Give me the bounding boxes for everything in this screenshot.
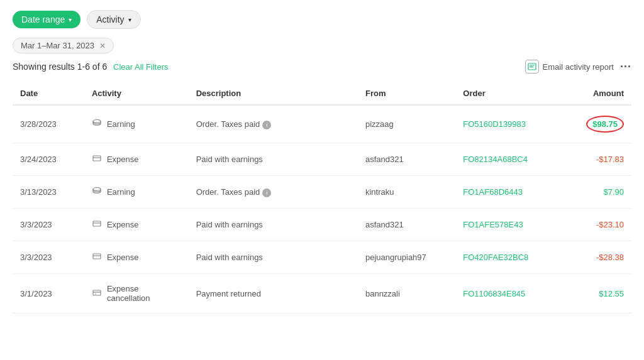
filter-tag-date: Mar 1–Mar 31, 2023 ✕ xyxy=(13,38,114,53)
cell-date: 3/28/2023 xyxy=(13,105,84,143)
order-link[interactable]: FO420FAE32BC8 xyxy=(463,253,528,262)
cell-order: FO420FAE32BC8 xyxy=(455,241,566,274)
more-options-button[interactable]: ··· xyxy=(620,60,631,74)
cell-amount: -$17.83 xyxy=(566,143,631,176)
activity-label: Expense cancellation xyxy=(107,284,181,303)
table-row: 3/24/2023 Expense Paid with earnings asf… xyxy=(13,143,631,176)
cell-activity: Expense xyxy=(84,241,189,274)
cell-order: FO5160D139983 xyxy=(455,105,566,143)
col-header-description: Description xyxy=(189,82,358,105)
report-icon xyxy=(525,60,539,74)
activity-label: Earning xyxy=(107,119,135,129)
results-actions: Email activity report ··· xyxy=(525,60,631,74)
filter-tag-close-icon[interactable]: ✕ xyxy=(99,41,106,50)
order-link[interactable]: FO1106834E845 xyxy=(463,289,525,298)
order-link[interactable]: FO5160D139983 xyxy=(463,119,526,129)
svg-point-6 xyxy=(93,188,101,191)
email-report-button[interactable]: Email activity report xyxy=(525,60,614,74)
svg-point-3 xyxy=(93,120,101,123)
table-row: 3/1/2023 Expense cancellation Payment re… xyxy=(13,274,631,314)
cell-from: kintraku xyxy=(358,176,455,209)
activity-label: Activity xyxy=(96,14,124,25)
col-header-amount: Amount xyxy=(566,82,631,105)
cell-date: 3/1/2023 xyxy=(13,274,84,314)
date-range-chevron-icon: ▾ xyxy=(69,16,72,23)
activity-label: Earning xyxy=(107,187,135,197)
cell-amount: $98.75 xyxy=(566,105,631,143)
expense-icon xyxy=(92,219,102,231)
cell-amount: -$23.10 xyxy=(566,209,631,241)
cell-order: FO1AF68D6443 xyxy=(455,176,566,209)
cell-activity: Expense xyxy=(84,209,189,241)
results-bar: Showing results 1-6 of 6 Clear All Filte… xyxy=(13,60,631,74)
cell-description: Payment returned xyxy=(189,274,358,314)
expense-cancellation-icon xyxy=(92,288,102,300)
date-range-label: Date range xyxy=(21,14,65,25)
cell-order: FO1AFE578E43 xyxy=(455,209,566,241)
date-range-button[interactable]: Date range ▾ xyxy=(13,11,80,28)
order-link[interactable]: FO1AF68D6443 xyxy=(463,187,523,197)
cell-amount: $12.55 xyxy=(566,274,631,314)
table-body: 3/28/2023 Earning Order. Taxes paidi piz… xyxy=(13,105,631,314)
amount-value: -$17.83 xyxy=(596,155,624,164)
info-icon[interactable]: i xyxy=(262,121,271,129)
cell-from: bannzzali xyxy=(358,274,455,314)
cell-description: Paid with earnings xyxy=(189,143,358,176)
cell-order: FO1106834E845 xyxy=(455,274,566,314)
cell-description: Order. Taxes paidi xyxy=(189,176,358,209)
cell-activity: Expense xyxy=(84,143,189,176)
active-filters: Mar 1–Mar 31, 2023 ✕ xyxy=(13,38,631,53)
activity-table: Date Activity Description From Order Amo… xyxy=(13,82,631,314)
results-text: Showing results 1-6 of 6 xyxy=(13,62,107,72)
cell-date: 3/24/2023 xyxy=(13,143,84,176)
activity-label: Expense xyxy=(107,220,139,229)
order-link[interactable]: FO82134A68BC4 xyxy=(463,155,528,164)
svg-rect-11 xyxy=(93,290,101,295)
svg-rect-9 xyxy=(93,254,101,259)
amount-value: $7.90 xyxy=(603,187,624,197)
amount-value: -$23.10 xyxy=(596,220,624,229)
email-report-label: Email activity report xyxy=(543,62,614,72)
svg-rect-4 xyxy=(93,156,101,161)
table-row: 3/13/2023 Earning Order. Taxes paidi kin… xyxy=(13,176,631,209)
cell-from: pejuangrupiah97 xyxy=(358,241,455,274)
col-header-activity: Activity xyxy=(84,82,189,105)
activity-button[interactable]: Activity ▾ xyxy=(87,10,140,29)
cell-activity: Expense cancellation xyxy=(84,274,189,314)
cell-amount: $7.90 xyxy=(566,176,631,209)
filter-tag-label: Mar 1–Mar 31, 2023 xyxy=(21,41,94,50)
table-row: 3/28/2023 Earning Order. Taxes paidi piz… xyxy=(13,105,631,143)
earning-icon xyxy=(92,186,102,198)
table-row: 3/3/2023 Expense Paid with earnings asfa… xyxy=(13,209,631,241)
col-header-from: From xyxy=(358,82,455,105)
table-row: 3/3/2023 Expense Paid with earnings peju… xyxy=(13,241,631,274)
results-summary: Showing results 1-6 of 6 Clear All Filte… xyxy=(13,62,169,72)
col-header-date: Date xyxy=(13,82,84,105)
amount-value: $12.55 xyxy=(599,289,624,298)
cell-activity: Earning xyxy=(84,176,189,209)
cell-description: Paid with earnings xyxy=(189,209,358,241)
cell-description: Order. Taxes paidi xyxy=(189,105,358,143)
cell-order: FO82134A68BC4 xyxy=(455,143,566,176)
expense-icon xyxy=(92,251,102,263)
cell-from: pizzaag xyxy=(358,105,455,143)
activity-label: Expense xyxy=(107,253,139,262)
cell-description: Paid with earnings xyxy=(189,241,358,274)
svg-rect-7 xyxy=(93,221,101,226)
activity-label: Expense xyxy=(107,155,139,164)
cell-from: asfand321 xyxy=(358,143,455,176)
toolbar: Date range ▾ Activity ▾ xyxy=(13,10,631,29)
cell-date: 3/13/2023 xyxy=(13,176,84,209)
order-link[interactable]: FO1AFE578E43 xyxy=(463,220,523,229)
info-icon[interactable]: i xyxy=(262,188,271,197)
cell-amount: -$28.38 xyxy=(566,241,631,274)
clear-all-filters-link[interactable]: Clear All Filters xyxy=(113,62,168,72)
expense-icon xyxy=(92,153,102,165)
amount-highlighted: $98.75 xyxy=(586,116,624,133)
earning-icon xyxy=(92,118,102,130)
activity-chevron-icon: ▾ xyxy=(128,16,131,23)
amount-value: -$28.38 xyxy=(596,253,624,262)
cell-date: 3/3/2023 xyxy=(13,209,84,241)
cell-date: 3/3/2023 xyxy=(13,241,84,274)
cell-activity: Earning xyxy=(84,105,189,143)
